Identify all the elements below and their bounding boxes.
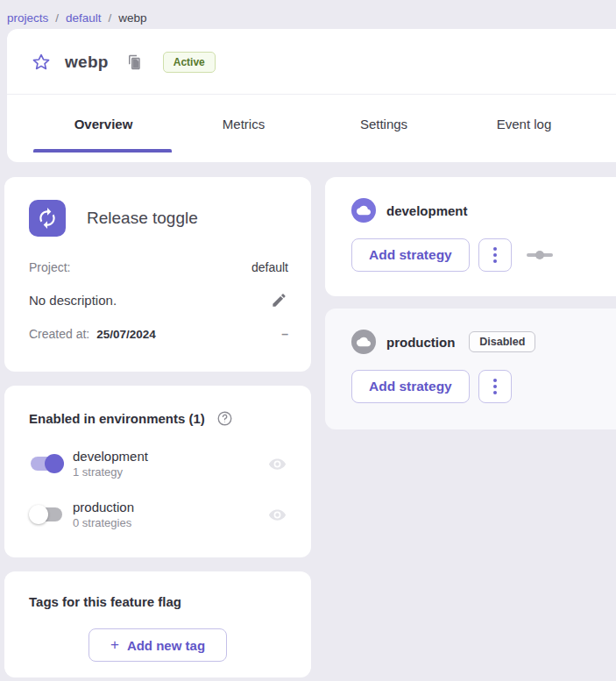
environment-card-header: production Disabled (351, 330, 616, 354)
tab-event-log[interactable]: Event log (454, 95, 594, 153)
tab-bar: Overview Metrics Settings Event log (7, 95, 616, 153)
right-column: development Add strategy production (325, 177, 616, 677)
disabled-badge: Disabled (469, 331, 535, 352)
project-label: Project: (29, 260, 70, 274)
environment-card-production: production Disabled Add strategy (325, 309, 616, 429)
breadcrumb: projects / default / webp (0, 0, 616, 29)
left-column: Release toggle Project: default No descr… (4, 177, 311, 677)
breadcrumb-link-default[interactable]: default (66, 11, 102, 25)
status-badge: Active (163, 52, 216, 73)
tab-label: Event log (497, 117, 552, 131)
toggle-development[interactable] (29, 453, 64, 474)
more-actions-kebab-icon[interactable] (478, 370, 512, 403)
env-summary-texts: development 1 strategy (73, 449, 148, 479)
created-at-label: Created at: (29, 327, 89, 341)
breadcrumb-separator: / (55, 11, 59, 25)
cloud-environment-icon (351, 330, 376, 354)
env-summary-row-development: development 1 strategy (29, 449, 287, 479)
add-new-tag-button[interactable]: + Add new tag (89, 628, 227, 662)
project-value: default (251, 260, 288, 274)
active-tab-indicator (33, 149, 172, 153)
add-strategy-button[interactable]: Add strategy (351, 370, 470, 403)
page-title: webp (65, 53, 109, 72)
flag-type-header: Release toggle (29, 200, 288, 237)
environments-summary-heading: Enabled in environments (1) (29, 411, 205, 426)
tab-settings[interactable]: Settings (314, 95, 454, 153)
toggle-production[interactable] (29, 504, 64, 525)
environment-card-development: development Add strategy (325, 177, 616, 296)
add-new-tag-label: Add new tag (127, 638, 205, 653)
breadcrumb-separator: / (109, 11, 112, 25)
title-row: webp Active (7, 29, 616, 94)
main-content: Release toggle Project: default No descr… (4, 177, 616, 677)
environment-card-header: development (351, 198, 616, 223)
more-actions-kebab-icon[interactable] (478, 238, 512, 272)
feature-flag-page: projects / default / webp webp Active (0, 0, 616, 681)
env-summary-row-production: production 0 strategies (29, 500, 287, 529)
tags-heading: Tags for this feature flag (29, 594, 287, 609)
flag-type-title: Release toggle (87, 209, 198, 228)
tab-overview[interactable]: Overview (33, 95, 173, 153)
toggle-thumb (29, 505, 48, 524)
favorite-star-icon[interactable] (32, 53, 51, 72)
feature-header-card: webp Active Overview Metrics Settings (7, 29, 616, 162)
visibility-eye-icon[interactable] (267, 454, 287, 473)
toggle-thumb (45, 454, 64, 473)
project-row: Project: default (29, 260, 288, 274)
tags-card: Tags for this feature flag + Add new tag (4, 571, 311, 677)
plus-icon: + (110, 636, 119, 654)
help-icon[interactable] (216, 408, 235, 428)
environment-name: production (386, 335, 455, 350)
visibility-eye-icon[interactable] (267, 505, 287, 524)
tab-label: Metrics (223, 117, 265, 131)
description-text: No description. (29, 293, 117, 308)
strategy-connector-line (527, 253, 553, 257)
tab-label: Overview (74, 117, 133, 131)
flag-type-card: Release toggle Project: default No descr… (4, 177, 311, 372)
edit-description-icon[interactable] (269, 290, 288, 309)
environments-summary-header: Enabled in environments (1) (29, 408, 287, 428)
description-row: No description. (29, 290, 288, 309)
breadcrumb-current: webp (118, 11, 146, 25)
env-name: development (73, 449, 148, 464)
environment-actions: Add strategy (351, 238, 616, 272)
created-at: Created at: 25/07/2024 (29, 327, 156, 341)
environment-actions: Add strategy (351, 370, 616, 403)
env-strategy-count: 0 strategies (73, 516, 134, 529)
empty-value-dash: – (281, 327, 288, 341)
env-strategy-count: 1 strategy (73, 465, 148, 479)
release-toggle-icon (29, 200, 66, 237)
environment-name: development (386, 203, 468, 218)
created-at-row: Created at: 25/07/2024 – (29, 327, 288, 341)
tab-label: Settings (360, 117, 407, 131)
env-summary-texts: production 0 strategies (73, 500, 134, 529)
environments-summary-card: Enabled in environments (1) (4, 386, 311, 557)
tab-metrics[interactable]: Metrics (173, 95, 314, 153)
cloud-environment-icon (351, 198, 376, 223)
add-strategy-button[interactable]: Add strategy (351, 238, 470, 272)
breadcrumb-link-projects[interactable]: projects (7, 11, 48, 25)
env-name: production (73, 500, 134, 514)
copy-icon[interactable] (126, 54, 142, 70)
created-at-value: 25/07/2024 (96, 328, 156, 341)
